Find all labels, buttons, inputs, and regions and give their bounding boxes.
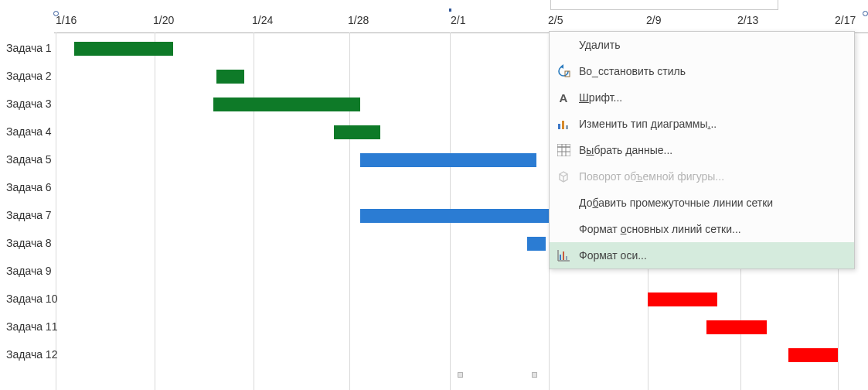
menu-change-chart-type[interactable]: Изменить тип диаграммы... — [550, 111, 854, 137]
menu-format-axis[interactable]: Формат оси... — [550, 242, 854, 269]
svg-rect-2 — [562, 121, 564, 129]
svg-rect-3 — [566, 125, 568, 129]
svg-rect-13 — [566, 256, 567, 260]
row-label: Задача 4 — [6, 125, 52, 138]
format-axis-icon — [556, 248, 571, 263]
menu-label: Добавить промежуточные линии сетки — [579, 197, 773, 209]
gantt-bar[interactable] — [213, 98, 360, 111]
selection-handles — [458, 372, 538, 378]
menu-label: Удалить — [579, 39, 620, 51]
x-axis[interactable]: 1/16 1/20 1/24 1/28 2/1 2/5 2/9 2/13 2/1… — [54, 14, 868, 32]
row-label: Задача 1 — [6, 42, 52, 54]
gantt-bar[interactable] — [216, 70, 244, 84]
gantt-bar[interactable] — [527, 237, 546, 251]
selection-handle[interactable] — [458, 372, 463, 378]
selection-handle[interactable] — [532, 372, 537, 378]
menu-label: Шрифт... — [579, 91, 622, 104]
tooltip-box — [550, 0, 778, 10]
menu-reset-style[interactable]: Во_сстановить стиль — [550, 58, 854, 84]
table-row: Задача 11 — [0, 314, 868, 342]
x-tick: 1/16 — [56, 14, 85, 26]
row-label: Задача 7 — [6, 209, 52, 221]
menu-label: Во_сстановить стиль — [579, 65, 686, 77]
menu-select-data[interactable]: Выбрать данные... — [550, 137, 854, 163]
row-label: Задача 8 — [6, 237, 52, 249]
menu-font[interactable]: A Шрифт... — [550, 84, 854, 111]
menu-label: Поворот объемной фигуры... — [579, 170, 724, 183]
reset-style-icon — [556, 63, 571, 79]
menu-label: Формат основных линий сетки... — [579, 223, 741, 235]
svg-rect-1 — [558, 124, 560, 129]
bar-chart-icon — [556, 116, 571, 132]
row-label: Задача 2 — [6, 70, 52, 82]
gantt-bar[interactable] — [360, 153, 536, 167]
row-label: Задача 5 — [6, 153, 52, 166]
axis-handle-center[interactable] — [449, 9, 451, 12]
row-label: Задача 12 — [6, 348, 57, 361]
cube-icon — [556, 169, 571, 184]
row-label: Задача 3 — [6, 98, 52, 110]
x-tick: 2/9 — [646, 14, 676, 26]
row-label: Задача 6 — [6, 181, 52, 193]
menu-delete[interactable]: Удалить — [550, 32, 854, 58]
menu-format-major-gridlines[interactable]: Формат основных линий сетки... — [550, 216, 854, 242]
x-tick: 2/5 — [548, 14, 577, 26]
font-icon: A — [556, 90, 571, 105]
gantt-bar[interactable] — [648, 292, 717, 306]
select-data-icon — [556, 142, 571, 158]
svg-rect-12 — [563, 251, 564, 260]
svg-rect-4 — [557, 144, 570, 147]
gantt-bar[interactable] — [334, 125, 380, 139]
gantt-bar[interactable] — [706, 320, 767, 334]
x-tick: 1/28 — [348, 14, 377, 26]
menu-3d-rotation: Поворот объемной фигуры... — [550, 163, 854, 190]
menu-label: Выбрать данные... — [579, 144, 672, 156]
x-tick: 2/1 — [451, 14, 480, 26]
menu-add-minor-gridlines[interactable]: Добавить промежуточные линии сетки — [550, 190, 854, 216]
x-tick: 1/20 — [153, 14, 182, 26]
x-tick: 2/17 — [835, 14, 864, 26]
context-menu: Удалить Во_сстановить стиль A Шрифт... И… — [549, 31, 855, 269]
gantt-bar[interactable] — [74, 42, 173, 56]
menu-label: Изменить тип диаграммы... — [579, 118, 717, 130]
row-label: Задача 10 — [6, 292, 57, 305]
row-label: Задача 9 — [6, 265, 52, 277]
x-tick: 2/13 — [737, 14, 767, 26]
gantt-bar[interactable] — [788, 348, 838, 362]
table-row: Задача 12 — [0, 342, 868, 370]
menu-label: Формат оси... — [579, 249, 647, 262]
table-row: Задача 10 — [0, 286, 868, 314]
x-tick: 1/24 — [252, 14, 281, 26]
row-label: Задача 11 — [6, 320, 57, 333]
svg-rect-11 — [560, 255, 561, 260]
